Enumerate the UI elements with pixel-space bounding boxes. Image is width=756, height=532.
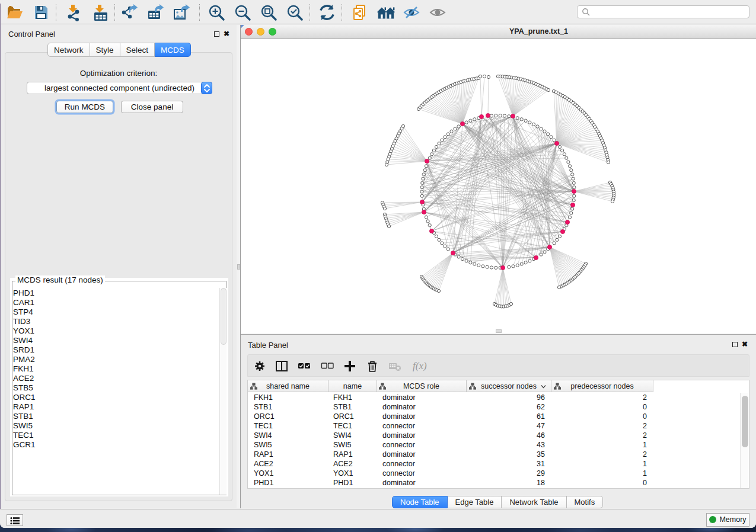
svg-text:f(x): f(x) xyxy=(413,360,427,371)
